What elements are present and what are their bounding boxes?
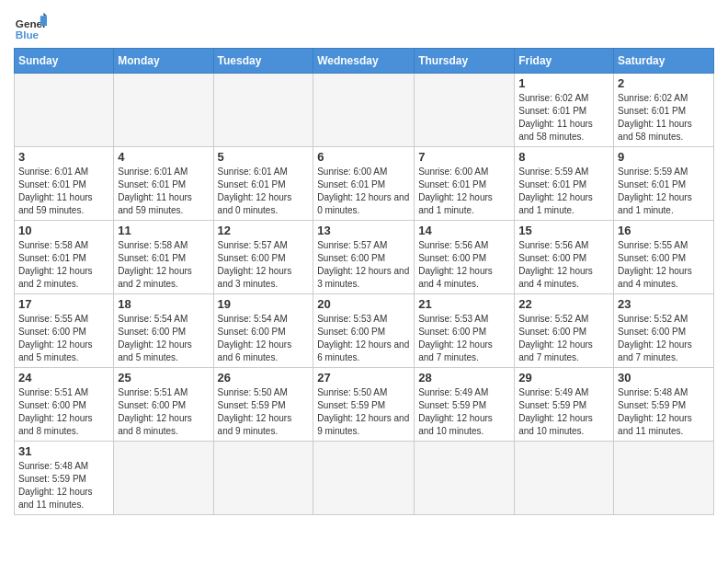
day-info: Sunrise: 5:58 AM Sunset: 6:01 PM Dayligh… <box>18 240 93 289</box>
day-info: Sunrise: 5:56 AM Sunset: 6:00 PM Dayligh… <box>518 240 593 289</box>
day-of-week-header: Wednesday <box>313 49 415 74</box>
calendar-week-row: 3Sunrise: 6:01 AM Sunset: 6:01 PM Daylig… <box>15 147 714 221</box>
day-number: 13 <box>317 224 410 237</box>
day-info: Sunrise: 5:50 AM Sunset: 5:59 PM Dayligh… <box>317 387 409 436</box>
day-number: 5 <box>218 150 310 164</box>
day-info: Sunrise: 5:59 AM Sunset: 6:01 PM Dayligh… <box>518 167 593 215</box>
day-number: 31 <box>18 444 109 458</box>
day-number: 21 <box>418 297 510 311</box>
calendar-day-cell: 31Sunrise: 5:48 AM Sunset: 5:59 PM Dayli… <box>15 442 114 515</box>
calendar-week-row: 17Sunrise: 5:55 AM Sunset: 6:00 PM Dayli… <box>15 294 714 368</box>
day-info: Sunrise: 6:00 AM Sunset: 6:01 PM Dayligh… <box>418 167 493 215</box>
day-number: 28 <box>418 371 510 385</box>
day-info: Sunrise: 5:53 AM Sunset: 6:00 PM Dayligh… <box>317 314 409 362</box>
day-number: 9 <box>618 150 710 164</box>
svg-marker-2 <box>40 16 47 26</box>
calendar-week-row: 1Sunrise: 6:02 AM Sunset: 6:01 PM Daylig… <box>15 74 714 147</box>
calendar-day-cell: 3Sunrise: 6:01 AM Sunset: 6:01 PM Daylig… <box>15 147 114 221</box>
day-info: Sunrise: 6:01 AM Sunset: 6:01 PM Dayligh… <box>18 167 93 215</box>
day-info: Sunrise: 5:54 AM Sunset: 6:00 PM Dayligh… <box>118 314 192 362</box>
calendar-day-cell: 19Sunrise: 5:54 AM Sunset: 6:00 PM Dayli… <box>213 294 313 368</box>
day-info: Sunrise: 5:51 AM Sunset: 6:00 PM Dayligh… <box>18 387 93 436</box>
day-info: Sunrise: 5:52 AM Sunset: 6:00 PM Dayligh… <box>618 314 692 362</box>
day-number: 26 <box>218 371 310 385</box>
calendar-day-cell: 27Sunrise: 5:50 AM Sunset: 5:59 PM Dayli… <box>313 368 415 442</box>
day-number: 8 <box>518 150 609 164</box>
svg-marker-3 <box>43 13 47 17</box>
day-info: Sunrise: 5:54 AM Sunset: 6:00 PM Dayligh… <box>218 314 292 362</box>
svg-text:Blue: Blue <box>16 29 40 40</box>
calendar-day-cell <box>515 442 614 515</box>
day-info: Sunrise: 5:53 AM Sunset: 6:00 PM Dayligh… <box>418 314 493 362</box>
calendar-day-cell: 9Sunrise: 5:59 AM Sunset: 6:01 PM Daylig… <box>614 147 714 221</box>
day-number: 12 <box>218 224 310 237</box>
day-number: 23 <box>618 297 710 311</box>
calendar-day-cell <box>213 442 313 515</box>
calendar-week-row: 24Sunrise: 5:51 AM Sunset: 6:00 PM Dayli… <box>15 368 714 442</box>
calendar-day-cell: 7Sunrise: 6:00 AM Sunset: 6:01 PM Daylig… <box>415 147 515 221</box>
day-info: Sunrise: 6:00 AM Sunset: 6:01 PM Dayligh… <box>317 167 409 215</box>
day-info: Sunrise: 5:57 AM Sunset: 6:00 PM Dayligh… <box>317 240 409 289</box>
calendar-header-row: SundayMondayTuesdayWednesdayThursdayFrid… <box>15 49 714 74</box>
day-number: 19 <box>218 297 310 311</box>
day-number: 22 <box>518 297 609 311</box>
day-info: Sunrise: 5:58 AM Sunset: 6:01 PM Dayligh… <box>118 240 192 289</box>
calendar-day-cell: 26Sunrise: 5:50 AM Sunset: 5:59 PM Dayli… <box>213 368 313 442</box>
day-of-week-header: Tuesday <box>213 49 313 74</box>
calendar-day-cell: 10Sunrise: 5:58 AM Sunset: 6:01 PM Dayli… <box>15 221 114 294</box>
calendar-day-cell: 18Sunrise: 5:54 AM Sunset: 6:00 PM Dayli… <box>114 294 213 368</box>
calendar-day-cell: 2Sunrise: 6:02 AM Sunset: 6:01 PM Daylig… <box>614 74 714 147</box>
day-number: 4 <box>118 150 209 164</box>
calendar-day-cell: 30Sunrise: 5:48 AM Sunset: 5:59 PM Dayli… <box>614 368 714 442</box>
calendar-day-cell <box>213 74 313 147</box>
day-number: 27 <box>317 371 410 385</box>
day-number: 15 <box>518 224 609 237</box>
calendar-day-cell: 15Sunrise: 5:56 AM Sunset: 6:00 PM Dayli… <box>515 221 614 294</box>
day-info: Sunrise: 5:59 AM Sunset: 6:01 PM Dayligh… <box>618 167 692 215</box>
calendar-day-cell: 24Sunrise: 5:51 AM Sunset: 6:00 PM Dayli… <box>15 368 114 442</box>
calendar-day-cell: 11Sunrise: 5:58 AM Sunset: 6:01 PM Dayli… <box>114 221 213 294</box>
day-of-week-header: Monday <box>114 49 213 74</box>
calendar-day-cell <box>415 74 515 147</box>
calendar-day-cell <box>114 442 213 515</box>
day-info: Sunrise: 5:56 AM Sunset: 6:00 PM Dayligh… <box>418 240 493 289</box>
day-number: 18 <box>118 297 209 311</box>
calendar-day-cell: 12Sunrise: 5:57 AM Sunset: 6:00 PM Dayli… <box>213 221 313 294</box>
calendar-day-cell: 4Sunrise: 6:01 AM Sunset: 6:01 PM Daylig… <box>114 147 213 221</box>
calendar-day-cell: 17Sunrise: 5:55 AM Sunset: 6:00 PM Dayli… <box>15 294 114 368</box>
day-number: 1 <box>518 76 609 90</box>
calendar-day-cell <box>614 442 714 515</box>
day-number: 24 <box>18 371 109 385</box>
calendar-day-cell: 22Sunrise: 5:52 AM Sunset: 6:00 PM Dayli… <box>515 294 614 368</box>
day-number: 17 <box>18 297 109 311</box>
day-number: 6 <box>317 150 410 164</box>
calendar-day-cell: 14Sunrise: 5:56 AM Sunset: 6:00 PM Dayli… <box>415 221 515 294</box>
day-info: Sunrise: 6:02 AM Sunset: 6:01 PM Dayligh… <box>618 93 692 142</box>
day-info: Sunrise: 5:48 AM Sunset: 5:59 PM Dayligh… <box>18 461 93 510</box>
calendar-day-cell: 5Sunrise: 6:01 AM Sunset: 6:01 PM Daylig… <box>213 147 313 221</box>
logo-icon: General Blue <box>14 9 47 42</box>
day-number: 25 <box>118 371 209 385</box>
day-of-week-header: Thursday <box>415 49 515 74</box>
day-number: 3 <box>18 150 109 164</box>
calendar-day-cell <box>313 442 415 515</box>
calendar-day-cell <box>415 442 515 515</box>
calendar-day-cell: 16Sunrise: 5:55 AM Sunset: 6:00 PM Dayli… <box>614 221 714 294</box>
calendar-day-cell: 23Sunrise: 5:52 AM Sunset: 6:00 PM Dayli… <box>614 294 714 368</box>
calendar-week-row: 10Sunrise: 5:58 AM Sunset: 6:01 PM Dayli… <box>15 221 714 294</box>
day-number: 14 <box>418 224 510 237</box>
day-info: Sunrise: 5:50 AM Sunset: 5:59 PM Dayligh… <box>218 387 292 436</box>
day-of-week-header: Saturday <box>614 49 714 74</box>
calendar-day-cell: 8Sunrise: 5:59 AM Sunset: 6:01 PM Daylig… <box>515 147 614 221</box>
day-number: 7 <box>418 150 510 164</box>
day-info: Sunrise: 5:57 AM Sunset: 6:00 PM Dayligh… <box>218 240 292 289</box>
calendar-day-cell: 29Sunrise: 5:49 AM Sunset: 5:59 PM Dayli… <box>515 368 614 442</box>
calendar-day-cell: 6Sunrise: 6:00 AM Sunset: 6:01 PM Daylig… <box>313 147 415 221</box>
day-number: 30 <box>618 371 710 385</box>
calendar-day-cell: 20Sunrise: 5:53 AM Sunset: 6:00 PM Dayli… <box>313 294 415 368</box>
day-of-week-header: Friday <box>515 49 614 74</box>
day-number: 10 <box>18 224 109 237</box>
calendar-day-cell <box>114 74 213 147</box>
calendar-table: SundayMondayTuesdayWednesdayThursdayFrid… <box>14 48 714 515</box>
calendar-day-cell: 1Sunrise: 6:02 AM Sunset: 6:01 PM Daylig… <box>515 74 614 147</box>
